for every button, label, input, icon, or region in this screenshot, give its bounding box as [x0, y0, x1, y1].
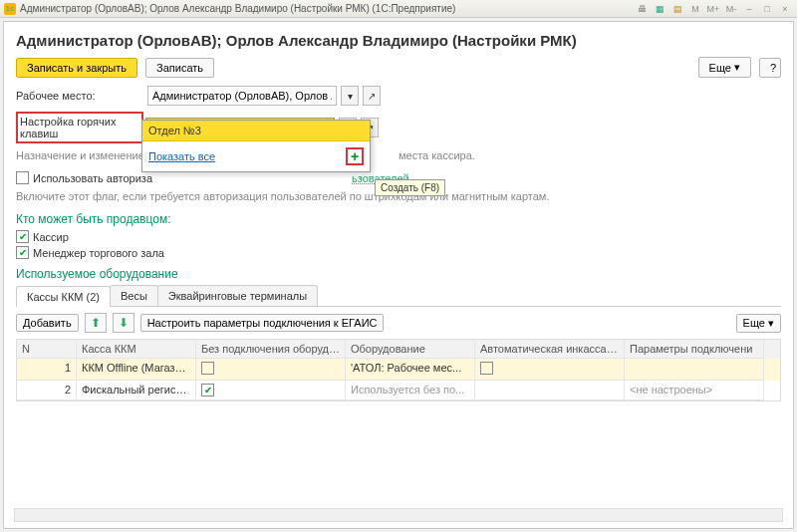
- col-kkm[interactable]: Касса ККМ: [77, 340, 196, 359]
- mem-mminus[interactable]: M-: [723, 2, 739, 16]
- titlebar-controls: 🖶 ▦ ▤ M M+ M- – □ ×: [634, 2, 793, 16]
- toolbar-calendar-icon[interactable]: ▦: [652, 2, 667, 16]
- col-n[interactable]: N: [17, 340, 77, 359]
- equipment-section-title: Используемое оборудование: [16, 267, 781, 281]
- app-icon: 1c: [4, 3, 16, 15]
- auth-checkbox[interactable]: [16, 171, 29, 184]
- page-title: Администратор (ОрловАВ); Орлов Александр…: [16, 32, 781, 49]
- cashier-label: Кассир: [33, 231, 69, 243]
- move-up-icon[interactable]: ⬆: [85, 313, 107, 333]
- hotkeys-dropdown-panel: Отдел №3 Показать все +: [141, 120, 371, 172]
- toolbar-calc-icon[interactable]: ▤: [669, 2, 685, 16]
- tab-scales[interactable]: Весы: [110, 285, 158, 306]
- window-maximize-icon[interactable]: □: [759, 2, 775, 16]
- auth-label: Использовать авторизаьзователей: [33, 172, 409, 184]
- col-autoink[interactable]: Автоматическая инкассация: [475, 340, 625, 359]
- hotkeys-hint: Назначение и изменение гор места кассира…: [16, 149, 781, 161]
- col-noconn[interactable]: Без подключения оборудования: [196, 340, 346, 359]
- noconn-checkbox[interactable]: [201, 362, 214, 375]
- cashier-checkbox[interactable]: ✔: [16, 230, 29, 243]
- hall-manager-checkbox[interactable]: ✔: [16, 246, 29, 259]
- write-button[interactable]: Записать: [145, 58, 214, 78]
- noconn-checkbox[interactable]: ✔: [201, 384, 214, 397]
- tab-acquiring[interactable]: Эквайринговые терминалы: [157, 285, 318, 306]
- mem-m[interactable]: M: [687, 2, 703, 16]
- configure-egais-button[interactable]: Настроить параметры подключения к ЕГАИС: [140, 314, 385, 332]
- autoink-checkbox[interactable]: [480, 362, 493, 375]
- equipment-table: N Касса ККМ Без подключения оборудования…: [16, 339, 781, 401]
- window-title: Администратор (ОрловАВ); Орлов Александр…: [20, 3, 455, 14]
- mem-mplus[interactable]: M+: [705, 2, 721, 16]
- toolbar-print-icon[interactable]: 🖶: [634, 2, 650, 16]
- workplace-open-icon[interactable]: ↗: [363, 86, 381, 106]
- col-params[interactable]: Параметры подключени: [625, 340, 764, 359]
- add-row-button[interactable]: Добавить: [16, 314, 79, 332]
- dropdown-selected-item[interactable]: Отдел №3: [142, 121, 370, 141]
- hotkeys-label: Настройка горячих клавиш: [16, 112, 143, 143]
- create-tooltip: Создать (F8): [375, 179, 445, 196]
- workplace-label: Рабочее место:: [16, 90, 143, 102]
- horizontal-scrollbar[interactable]: [14, 508, 783, 522]
- seller-section-title: Кто может быть продавцом:: [16, 212, 781, 226]
- window-close-icon[interactable]: ×: [777, 2, 793, 16]
- workplace-input[interactable]: [147, 86, 337, 106]
- table-row[interactable]: 1 ККМ Offline (Магазин... 'АТОЛ: Рабочее…: [17, 359, 780, 381]
- more-button[interactable]: Еще ▾: [698, 57, 751, 78]
- workplace-dropdown-icon[interactable]: ▾: [341, 86, 359, 106]
- table-row[interactable]: 2 Фискальный регистр... ✔ Используется б…: [17, 381, 780, 400]
- move-down-icon[interactable]: ⬇: [113, 313, 134, 333]
- write-close-button[interactable]: Записать и закрыть: [16, 58, 137, 78]
- col-equip[interactable]: Оборудование: [346, 340, 475, 359]
- window-minimize-icon[interactable]: –: [741, 2, 757, 16]
- tab-kkm[interactable]: Кассы ККМ (2): [16, 286, 111, 307]
- help-button[interactable]: ?: [759, 58, 781, 78]
- create-new-button[interactable]: +: [346, 147, 364, 165]
- hall-manager-label: Менеджер торгового зала: [33, 247, 164, 259]
- table-more-button[interactable]: Еще ▾: [736, 314, 781, 333]
- show-all-link[interactable]: Показать все: [148, 150, 215, 162]
